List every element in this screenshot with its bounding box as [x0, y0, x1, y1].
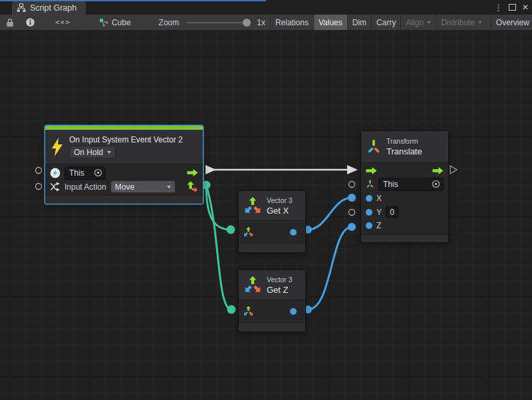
values-button[interactable]: Values	[313, 15, 347, 30]
graph-canvas[interactable]: On Input System Event Vector 2 On Hold T…	[0, 30, 532, 400]
distribute-button[interactable]: Distribute	[436, 15, 487, 30]
graph-breadcrumb-button[interactable]: Cube	[94, 15, 136, 30]
event-this-port[interactable]	[36, 168, 42, 174]
close-icon[interactable]: ✕	[522, 3, 529, 11]
getx-result-dot[interactable]	[290, 229, 297, 236]
translate-x-port[interactable]	[348, 194, 356, 202]
flow-output-arrow-icon[interactable]	[432, 167, 444, 174]
event-action-port[interactable]	[36, 184, 42, 190]
wire-vector-to-getz[interactable]	[206, 185, 231, 309]
getx-body	[239, 221, 305, 243]
vector3-icon	[244, 197, 261, 214]
y-port-dot[interactable]	[366, 209, 372, 216]
getx-footer	[239, 243, 305, 252]
window-controls: ⋮ ✕	[494, 0, 529, 15]
getz-input-port[interactable]	[227, 305, 236, 314]
vector2-output-icon[interactable]	[186, 181, 198, 193]
zoom-slider-track[interactable]	[186, 22, 249, 23]
wire-control-arrowhead-end	[347, 165, 358, 174]
wire-getx-to-translate-x[interactable]	[308, 198, 352, 230]
translate-body: This X Y 0 Z	[361, 163, 448, 234]
translate-flow-row	[361, 167, 448, 174]
window-titlebar: Script Graph ⋮ ✕	[0, 0, 532, 15]
translate-category: Transform	[386, 137, 422, 145]
translate-this-field[interactable]: This	[378, 178, 444, 191]
getx-input-port[interactable]	[227, 226, 235, 234]
tab-title: Script Graph	[30, 3, 76, 13]
flow-output-arrow-icon[interactable]	[187, 169, 198, 176]
y-label: Y	[376, 208, 382, 217]
flow-input-arrow-icon[interactable]	[366, 167, 377, 174]
x-port-dot[interactable]	[366, 195, 372, 202]
info-button[interactable]	[20, 15, 41, 30]
transform-mini-icon[interactable]	[366, 180, 374, 189]
vector3-input-icon[interactable]	[243, 227, 253, 237]
lightning-bolt-icon	[51, 137, 64, 157]
translate-y-row: Y 0	[361, 206, 448, 218]
node-translate[interactable]: Transform Translate	[360, 130, 449, 243]
translate-header: Transform Translate	[361, 131, 448, 163]
event-this-row: This	[45, 166, 203, 180]
align-button[interactable]: Align	[400, 15, 436, 30]
transform-icon	[366, 139, 381, 155]
code-icon: <×>	[55, 18, 70, 27]
getz-result-dot[interactable]	[290, 308, 297, 315]
getx-header: Vector 3 Get X	[239, 191, 305, 221]
translate-this-port[interactable]	[349, 182, 355, 188]
event-title: On Input System Event Vector 2	[69, 135, 183, 144]
zoom-slider-handle[interactable]	[243, 19, 251, 27]
getz-category: Vector 3	[267, 276, 293, 284]
carry-button[interactable]: Carry	[371, 15, 400, 30]
wire-getz-to-translate-z[interactable]	[308, 227, 352, 309]
lock-button[interactable]	[0, 15, 20, 30]
object-picker-icon[interactable]	[94, 168, 102, 177]
getz-body	[239, 300, 305, 322]
wire-vector-to-getx[interactable]	[206, 185, 231, 230]
getz-footer	[239, 322, 305, 331]
node-on-input-system-event[interactable]: On Input System Event Vector 2 On Hold T…	[45, 125, 203, 204]
chevron-down-icon	[107, 151, 111, 154]
z-port-dot[interactable]	[366, 222, 372, 229]
node-get-z[interactable]: Vector 3 Get Z	[238, 270, 306, 332]
node-get-x[interactable]: Vector 3 Get X	[238, 190, 306, 253]
input-action-icon	[50, 182, 61, 192]
chevron-down-icon	[167, 186, 171, 188]
getx-title: Get X	[267, 206, 293, 216]
info-icon	[26, 18, 35, 27]
overview-button[interactable]: Overview	[491, 15, 532, 30]
event-mode-dropdown[interactable]: On Hold	[69, 146, 116, 158]
graph-cube-icon	[99, 18, 108, 27]
x-label: X	[376, 194, 382, 203]
getz-title: Get Z	[267, 285, 293, 295]
translate-z-row: Z	[361, 221, 448, 230]
menu-icon[interactable]: ⋮	[494, 3, 503, 12]
translate-y-port[interactable]	[349, 210, 355, 216]
zoom-label: Zoom	[159, 18, 180, 27]
code-preview-button[interactable]: <×>	[41, 15, 85, 30]
object-picker-icon[interactable]	[432, 180, 440, 188]
self-target-icon	[50, 168, 61, 178]
event-header: On Input System Event Vector 2 On Hold	[45, 130, 203, 164]
event-footer	[45, 195, 203, 204]
y-value-field[interactable]: 0	[386, 206, 398, 218]
wire-control-arrowhead-start	[205, 165, 216, 174]
translate-this-row: This	[361, 178, 448, 191]
relations-button[interactable]: Relations	[270, 15, 313, 30]
event-this-field[interactable]: This	[65, 166, 106, 180]
tab-script-graph[interactable]: Script Graph	[12, 1, 86, 15]
input-action-dropdown[interactable]: Move	[110, 180, 176, 193]
translate-z-port[interactable]	[348, 223, 356, 231]
getz-port-row	[239, 306, 305, 316]
vector3-input-icon[interactable]	[243, 306, 253, 316]
maximize-icon[interactable]	[509, 4, 516, 11]
vector3-icon	[244, 276, 261, 294]
z-label: Z	[376, 221, 381, 230]
chevron-down-icon	[478, 21, 482, 24]
graph-toolbar: <×> Cube Zoom 1x Relations Values Dim Ca…	[0, 15, 532, 31]
translate-flow-output-port[interactable]	[450, 166, 457, 174]
translate-title: Translate	[386, 146, 422, 156]
dim-button[interactable]: Dim	[347, 15, 371, 30]
view-options: Relations Values Dim Carry Align Distrib…	[270, 15, 532, 30]
lock-icon	[6, 18, 14, 27]
translate-footer	[361, 234, 448, 242]
